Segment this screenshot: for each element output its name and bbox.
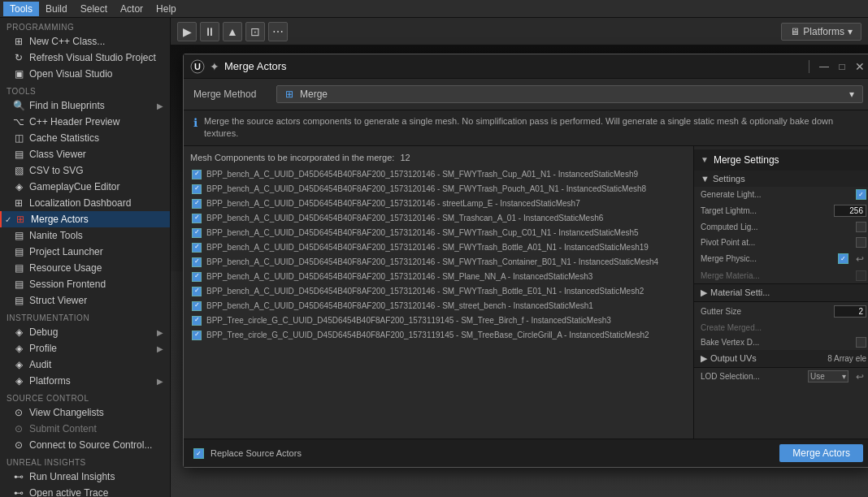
sidebar-item-new-cpp[interactable]: ⊞ New C++ Class... (0, 33, 170, 50)
merge-icon: ⊞ (15, 214, 26, 225)
mesh-list-panel: Mesh Components to be incorporated in th… (184, 146, 694, 439)
sidebar-item-platforms[interactable]: ◈ Platforms ▶ (0, 373, 170, 389)
sidebar-label: New C++ Class... (29, 36, 163, 47)
return-icon[interactable]: ↩ (853, 253, 866, 266)
settings-panel: ▼ Merge Settings ▼ Settings (694, 146, 868, 439)
sidebar-item-nanite[interactable]: ▤ Nanite Tools (0, 227, 170, 244)
mesh-item-checkbox[interactable] (192, 301, 202, 311)
merge-materia-checkbox[interactable] (856, 270, 866, 281)
sidebar-item-connect-source-control[interactable]: ⊙ Connect to Source Control... (0, 437, 170, 453)
mesh-item-checkbox[interactable] (192, 170, 202, 179)
sidebar-item-profile[interactable]: ◈ Profile ▶ (0, 340, 170, 357)
settings-material-header[interactable]: ▶ Material Setti... (694, 284, 868, 301)
mesh-item-checkbox[interactable] (192, 243, 202, 253)
replace-source-checkbox[interactable] (193, 448, 204, 459)
more-btn[interactable]: ⋯ (268, 22, 288, 41)
mesh-item-checkbox[interactable] (192, 331, 202, 340)
sidebar-item-localization[interactable]: ⊞ Localization Dashboard (0, 195, 170, 211)
modal-close-btn[interactable]: ✕ (853, 60, 866, 73)
sidebar-item-run-insights[interactable]: ⊷ Run Unreal Insights (0, 469, 170, 485)
sidebar-item-session-frontend[interactable]: ▤ Session Frontend (0, 276, 170, 292)
mesh-item-checkbox[interactable] (192, 257, 202, 267)
platforms-chevron: ▾ (848, 26, 853, 37)
list-item[interactable]: BPP_bench_A_C_UUID_D45D6454B40F8AF200_15… (190, 182, 687, 197)
bake-vertex-checkbox[interactable] (856, 337, 866, 348)
target-lightm-input[interactable] (834, 205, 866, 217)
mesh-item-checkbox[interactable] (192, 272, 202, 282)
merge-physic-checkbox[interactable] (838, 253, 848, 264)
sidebar-item-csv-svg[interactable]: ▧ CSV to SVG (0, 162, 170, 179)
sidebar-item-submit-content[interactable]: ⊙ Submit Content (0, 421, 170, 437)
sidebar-item-struct-viewer[interactable]: ▤ Struct Viewer (0, 292, 170, 309)
platforms-button[interactable]: 🖥 Platforms ▾ (781, 23, 861, 41)
row-label: Target Lightm... (701, 206, 829, 215)
mesh-item-checkbox[interactable] (192, 287, 202, 296)
list-item[interactable]: BPP_bench_A_C_UUID_D45D6454B40F8AF200_15… (190, 284, 687, 299)
generate-light-checkbox[interactable] (856, 189, 866, 200)
merge-actors-button[interactable]: Merge Actors (779, 444, 863, 462)
lod-select[interactable]: Use ▾ (808, 370, 848, 382)
settings-section-header[interactable]: ▼ Settings (694, 171, 868, 187)
menu-tools[interactable]: Tools (3, 2, 39, 16)
sidebar-item-audit[interactable]: ◈ Audit (0, 357, 170, 373)
menu-select[interactable]: Select (74, 2, 114, 16)
sidebar-item-project-launcher[interactable]: ▤ Project Launcher (0, 244, 170, 260)
sidebar-item-merge-actors[interactable]: ⊞ Merge Actors (0, 211, 170, 227)
settings-output-header[interactable]: ▶ Output UVs 8 Array ele (694, 350, 868, 367)
modal-minimize-btn[interactable]: — (818, 60, 831, 73)
menu-actor[interactable]: Actor (114, 2, 150, 16)
menu-build[interactable]: Build (39, 2, 74, 16)
sidebar-item-open-trace[interactable]: ⊷ Open active Trace (0, 485, 170, 497)
mesh-item-checkbox[interactable] (192, 199, 202, 209)
sidebar-item-resource-usage[interactable]: ▤ Resource Usage (0, 260, 170, 276)
list-item[interactable]: BPP_bench_A_C_UUID_D45D6454B40F8AF200_15… (190, 240, 687, 255)
loc-icon: ⊞ (13, 197, 24, 209)
list-item[interactable]: BPP_bench_A_C_UUID_D45D6454B40F8AF200_15… (190, 167, 687, 182)
mesh-item-checkbox[interactable] (192, 214, 202, 223)
sidebar-item-refresh-vs[interactable]: ↻ Refresh Visual Studio Project (0, 50, 170, 66)
lod-return-icon[interactable]: ↩ (853, 370, 866, 383)
list-item[interactable]: BPP_bench_A_C_UUID_D45D6454B40F8AF200_15… (190, 255, 687, 270)
insights-icon: ⊷ (13, 471, 24, 482)
list-item[interactable]: BPP_bench_A_C_UUID_D45D6454B40F8AF200_15… (190, 211, 687, 226)
pivot-point-checkbox[interactable] (856, 237, 866, 248)
mesh-item-checkbox[interactable] (192, 316, 202, 326)
settings-row-bake-vertex: Bake Vertex D... (694, 335, 868, 350)
modal-maximize-btn[interactable]: □ (835, 60, 848, 73)
nanite-icon: ▤ (13, 230, 24, 241)
sidebar-item-find-blueprints[interactable]: 🔍 Find in Blueprints ▶ (0, 97, 170, 114)
settings-header[interactable]: ▼ Merge Settings (694, 149, 868, 171)
list-item[interactable]: BPP_Tree_circle_G_C_UUID_D45D6454B40F8AF… (190, 313, 687, 328)
list-item[interactable]: BPP_bench_A_C_UUID_D45D6454B40F8AF200_15… (190, 197, 687, 211)
list-item[interactable]: BPP_bench_A_C_UUID_D45D6454B40F8AF200_15… (190, 270, 687, 284)
settings-row-gutter: Gutter Size (694, 302, 868, 321)
gutter-size-input[interactable] (834, 305, 866, 318)
arrow-icon: ▶ (157, 102, 163, 110)
mesh-item-checkbox[interactable] (192, 184, 202, 194)
pause-btn[interactable]: ⏸ (200, 22, 219, 41)
list-item[interactable]: BPP_bench_A_C_UUID_D45D6454B40F8AF200_15… (190, 299, 687, 313)
cpp2-icon: ⌥ (13, 116, 24, 127)
sidebar-item-gameplay-cue[interactable]: ◈ GameplayCue Editor (0, 179, 170, 195)
stop-btn[interactable]: ▲ (223, 22, 242, 41)
lod-label: LOD Selection... (701, 372, 803, 381)
sidebar-item-class-viewer[interactable]: ▤ Class Viewer (0, 146, 170, 162)
sidebar-item-debug[interactable]: ◈ Debug ▶ (0, 324, 170, 340)
arrow-icon: ▶ (157, 344, 163, 353)
computed-lig-checkbox[interactable] (856, 222, 866, 232)
unreal-logo: U (190, 59, 205, 74)
merge-method-select[interactable]: ⊞ Merge ▾ (276, 85, 863, 103)
sidebar-item-cpp-header[interactable]: ⌥ C++ Header Preview (0, 114, 170, 130)
sidebar-item-open-vs[interactable]: ▣ Open Visual Studio (0, 66, 170, 82)
mesh-item-checkbox[interactable] (192, 228, 202, 238)
sidebar-item-view-changelists[interactable]: ⊙ View Changelists (0, 404, 170, 421)
list-item[interactable]: BPP_bench_A_C_UUID_D45D6454B40F8AF200_15… (190, 226, 687, 240)
eject-btn[interactable]: ⊡ (245, 22, 265, 41)
sidebar-item-cache-stats[interactable]: ◫ Cache Statistics (0, 130, 170, 146)
list-item[interactable]: BPP_Tree_circle_G_C_UUID_D45D6454B40F8AF… (190, 328, 687, 343)
main-layout: PROGRAMMING ⊞ New C++ Class... ↻ Refresh… (0, 18, 868, 497)
play-btn[interactable]: ▶ (177, 22, 197, 41)
mesh-item-label: BPP_bench_A_C_UUID_D45D6454B40F8AF200_15… (206, 300, 593, 313)
merge-actors-modal: U ✦ Merge Actors — □ ✕ Merge Method (183, 54, 868, 468)
menu-help[interactable]: Help (150, 2, 183, 16)
